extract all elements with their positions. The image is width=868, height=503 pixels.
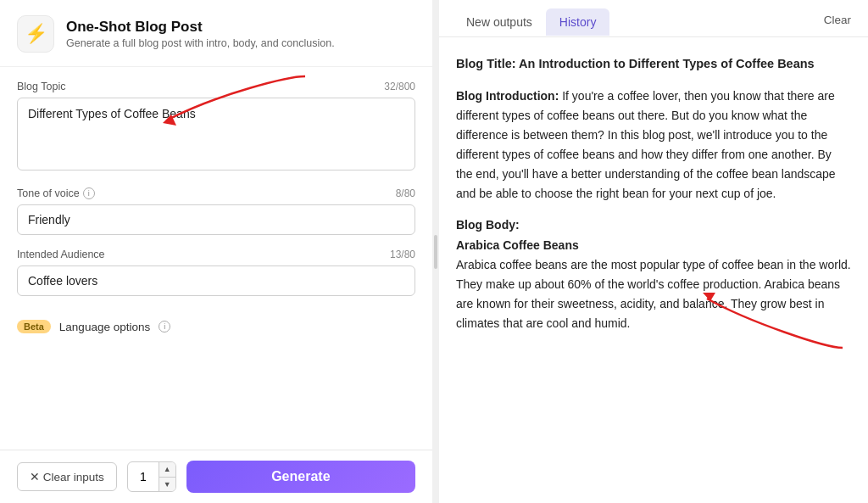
blog-topic-group: Blog Topic 32/800 (17, 81, 415, 174)
intended-audience-input[interactable] (17, 265, 415, 296)
intended-audience-group: Intended Audience 13/80 (17, 249, 415, 296)
form-area: Blog Topic 32/800 Tone of voice i 8/80 I… (0, 67, 432, 450)
bottom-bar: ✕ Clear inputs ▲ ▼ Generate (0, 450, 432, 503)
language-info-icon[interactable]: i (159, 321, 170, 333)
tone-info-icon[interactable]: i (83, 187, 95, 199)
tone-of-voice-group: Tone of voice i 8/80 (17, 187, 415, 235)
quantity-arrows: ▲ ▼ (159, 461, 175, 492)
blog-topic-count: 32/800 (384, 81, 415, 92)
language-options-label: Language options (59, 321, 150, 333)
blog-body-subheading: Arabica Coffee Beans (456, 238, 579, 252)
tone-of-voice-label: Tone of voice i (17, 187, 95, 199)
blog-content-area: Blog Title: An Introduction to Different… (439, 37, 868, 503)
quantity-input[interactable] (128, 470, 159, 483)
blog-body-section: Blog Body: Arabica Coffee Beans Arabica … (456, 215, 851, 333)
clear-history-button[interactable]: Clear (821, 7, 854, 33)
blog-topic-textarea[interactable] (17, 98, 415, 170)
blog-body-label: Blog Body: (456, 218, 520, 232)
quantity-wrapper: ▲ ▼ (127, 461, 176, 492)
intended-audience-count: 13/80 (390, 249, 415, 260)
app-header: ⚡ One-Shot Blog Post Generate a full blo… (0, 0, 432, 67)
language-options-row: Beta Language options i (17, 310, 415, 344)
quantity-down-arrow[interactable]: ▼ (159, 478, 175, 493)
app-title: One-Shot Blog Post (66, 19, 335, 36)
clear-inputs-button[interactable]: ✕ Clear inputs (17, 462, 117, 491)
quantity-up-arrow[interactable]: ▲ (159, 461, 175, 478)
tab-new-outputs[interactable]: New outputs (453, 8, 546, 36)
intended-audience-label: Intended Audience (17, 249, 105, 260)
divider-handle (434, 235, 437, 269)
blog-topic-label: Blog Topic (17, 81, 65, 92)
blog-content: Blog Title: An Introduction to Different… (456, 54, 851, 333)
tone-of-voice-input[interactable] (17, 204, 415, 235)
app-icon: ⚡ (17, 15, 54, 53)
blog-intro-label: Blog Introduction: (456, 89, 559, 103)
app-subtitle: Generate a full blog post with intro, bo… (66, 37, 335, 49)
tab-history[interactable]: History (546, 8, 610, 36)
generate-button[interactable]: Generate (186, 461, 415, 493)
tone-of-voice-count: 8/80 (396, 187, 415, 199)
beta-badge: Beta (17, 320, 51, 333)
panel-divider (432, 0, 439, 503)
blog-intro-text: If you're a coffee lover, then you know … (456, 89, 836, 200)
tabs-bar: New outputs History Clear (439, 0, 868, 37)
blog-title: Blog Title: An Introduction to Different… (456, 54, 851, 75)
blog-body-text: Arabica coffee beans are the most popula… (456, 258, 851, 330)
blog-intro: Blog Introduction: If you're a coffee lo… (456, 87, 851, 204)
